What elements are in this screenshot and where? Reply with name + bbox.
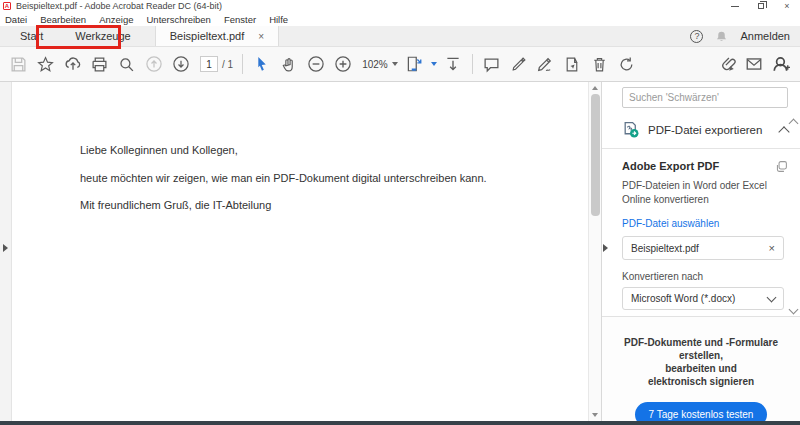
tab-document[interactable]: Beispieltext.pdf × (155, 26, 279, 46)
sign-in-link[interactable]: Anmelden (740, 30, 790, 42)
restore-button[interactable] (748, 0, 774, 12)
minimize-button[interactable] (722, 0, 748, 12)
panel-scroll-down-icon[interactable] (789, 305, 799, 315)
convert-format-dropdown[interactable]: Microsoft Word (*.docx) (622, 287, 784, 310)
page-down-icon (172, 55, 190, 73)
pdf-page: Liebe Kolleginnen und Kollegen, heute mö… (12, 82, 588, 421)
convert-to-label: Konvertieren nach (622, 271, 800, 282)
export-pdf-section-header[interactable]: PDF-Datei exportieren (622, 121, 788, 138)
menu-datei[interactable]: Datei (5, 14, 27, 25)
zoom-in-icon (334, 55, 352, 73)
scrollbar-up-icon[interactable] (592, 86, 598, 90)
tools-search-box[interactable] (622, 87, 788, 108)
tab-close-icon[interactable]: × (258, 31, 264, 42)
fill-sign-tool-button[interactable] (532, 51, 559, 78)
document-text-line: Mit freundlichem Gruß, die IT-Abteilung (80, 199, 271, 211)
tab-start[interactable]: Start (6, 26, 57, 46)
trash-icon (591, 56, 608, 73)
window-title: Beispieltext.pdf - Adobe Acrobat Reader … (16, 1, 222, 11)
toolbar: 1 / 1 102% (0, 47, 800, 82)
redo-rotate-button[interactable] (613, 51, 640, 78)
help-icon[interactable]: ? (690, 30, 703, 43)
tab-bar: Start Werkzeuge Beispieltext.pdf × ? Anm… (0, 26, 800, 47)
tools-panel: PDF-Datei exportieren Adobe Export PDF P… (601, 82, 800, 421)
account-button[interactable] (767, 51, 794, 78)
email-button[interactable] (740, 51, 767, 78)
envelope-icon (745, 55, 763, 73)
export-tool-title: Adobe Export PDF (622, 160, 775, 172)
share-cloud-button[interactable] (59, 51, 86, 78)
nav-pane-expand-icon[interactable] (3, 244, 8, 252)
section-divider (602, 148, 800, 149)
acrobat-pro-promo: PDF-Dokumente und -Formulare erstellen, … (602, 316, 800, 421)
previous-page-button[interactable] (140, 51, 167, 78)
menu-unterschreiben[interactable]: Unterschreiben (146, 14, 210, 25)
menu-fenster[interactable]: Fenster (224, 14, 256, 25)
remove-file-icon[interactable]: × (769, 242, 775, 254)
promo-text-line: bearbeiten und (602, 362, 800, 375)
page-count-label: / 1 (222, 59, 233, 70)
highlight-tool-button[interactable] (505, 51, 532, 78)
fit-page-caret-icon[interactable] (431, 62, 437, 66)
close-button[interactable]: × (774, 0, 800, 12)
restore-icon (758, 3, 764, 9)
select-pdf-file-link[interactable]: PDF-Datei auswählen (622, 218, 800, 229)
window-bottom-edge (0, 421, 800, 425)
hand-icon (280, 56, 297, 73)
notifications-bell-icon[interactable] (715, 30, 728, 43)
zoom-out-button[interactable] (302, 51, 329, 78)
save-icon (10, 56, 27, 73)
highlighter-icon (510, 56, 527, 73)
acrobat-reader-window: A Beispieltext.pdf - Adobe Acrobat Reade… (0, 0, 800, 425)
favorite-tool-button[interactable] (32, 51, 59, 78)
zoom-out-icon (307, 55, 325, 73)
navigation-pane-strip (0, 82, 12, 421)
star-icon (37, 56, 54, 73)
export-pdf-section-title: PDF-Datei exportieren (648, 124, 771, 136)
tab-werkzeuge[interactable]: Werkzeuge (61, 26, 144, 46)
popout-icon[interactable] (775, 160, 788, 173)
zoom-in-button[interactable] (329, 51, 356, 78)
hand-tool-button[interactable] (275, 51, 302, 78)
zoom-dropdown-caret-icon[interactable] (392, 62, 398, 66)
export-tool-description: PDF-Dateien in Word oder Excel Online ko… (622, 179, 776, 206)
page-number-input[interactable]: 1 (200, 56, 218, 72)
select-tool-button[interactable] (248, 51, 275, 78)
link-icon (718, 55, 736, 73)
menu-anzeige[interactable]: Anzeige (99, 14, 133, 25)
document-tab-label: Beispieltext.pdf (170, 30, 245, 42)
print-button[interactable] (86, 51, 113, 78)
next-page-button[interactable] (167, 51, 194, 78)
share-link-button[interactable] (713, 51, 740, 78)
panel-collapse-icon[interactable] (603, 244, 608, 252)
document-text-line: Liebe Kolleginnen und Kollegen, (80, 144, 238, 156)
export-pdf-icon (622, 121, 639, 138)
scroll-mode-button[interactable] (440, 51, 467, 78)
save-button[interactable] (5, 51, 32, 78)
selected-file-name: Beispieltext.pdf (631, 243, 769, 254)
printer-icon (91, 56, 108, 73)
menu-bearbeiten[interactable]: Bearbeiten (40, 14, 86, 25)
fit-page-button[interactable] (401, 51, 428, 78)
search-button[interactable] (113, 51, 140, 78)
menu-hilfe[interactable]: Hilfe (269, 14, 288, 25)
promo-text-line: elektronisch signieren (602, 375, 800, 388)
selected-file-field[interactable]: Beispieltext.pdf × (622, 236, 784, 260)
user-plus-icon (772, 55, 790, 73)
content-area: Liebe Kolleginnen und Kollegen, heute mö… (0, 82, 800, 421)
title-bar: A Beispieltext.pdf - Adobe Acrobat Reade… (0, 0, 800, 12)
pointer-icon (253, 56, 270, 73)
comment-bubble-icon (483, 56, 500, 73)
scrollbar-down-icon[interactable] (592, 413, 598, 417)
zoom-level-value[interactable]: 102% (362, 59, 388, 70)
tools-search-input[interactable] (629, 92, 781, 103)
panel-scroll-up-icon[interactable] (789, 119, 799, 129)
section-collapse-chevron-icon[interactable] (778, 126, 789, 137)
delete-tool-button[interactable] (586, 51, 613, 78)
convert-format-value: Microsoft Word (*.docx) (631, 293, 768, 304)
send-for-signature-button[interactable] (559, 51, 586, 78)
comment-tool-button[interactable] (478, 51, 505, 78)
scrollbar-thumb[interactable] (591, 94, 600, 216)
scroll-mode-icon (444, 55, 462, 73)
document-scrollbar[interactable] (588, 82, 601, 421)
